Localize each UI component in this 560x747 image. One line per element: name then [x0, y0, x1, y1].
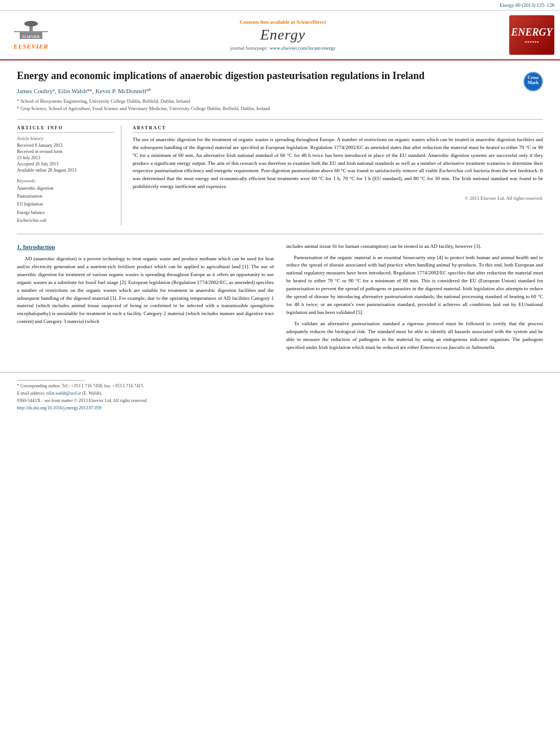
article-history-label: Article history: [17, 136, 114, 141]
keyword-item: Energy balance [17, 209, 114, 217]
footnote-divider [17, 380, 85, 381]
article-info-column: ARTICLE INFO Article history: Received 8… [17, 125, 121, 225]
elsevier-logo: ELSEVIER ELSEVIER [6, 20, 56, 50]
main-content: Energy and economic implications of anae… [0, 60, 560, 364]
svg-text:ELSEVIER: ELSEVIER [23, 35, 40, 38]
journal-reference: Energy 60 (2013) 125–128 [500, 2, 554, 8]
doi-link: http://dx.doi.org/10.1016/j.energy.2013.… [17, 405, 543, 410]
article-received-value: Received 8 January 2013 [17, 142, 114, 148]
article-affiliations: ᵃ School of Biosystems Engineering, Univ… [17, 98, 518, 112]
intro-heading: 1. Introduction [17, 243, 274, 252]
keywords-label: Keywords: [17, 178, 114, 184]
article-available-value: Available online 28 August 2013 [17, 167, 114, 173]
keyword-item: Pasteurisation [17, 193, 114, 200]
homepage-link: journal homepage: www.elsevier.com/locat… [62, 45, 504, 51]
article-revised-date: 23 July 2013 [17, 155, 114, 161]
abstract-column: ABSTRACT The use of anaerobic digestion … [133, 125, 543, 225]
sciencedirect-link: Contents lists available at ScienceDirec… [62, 19, 504, 25]
right-para-3: To validate an alternative pasteurisatio… [286, 320, 543, 352]
elsevier-text: ELSEVIER [14, 43, 49, 50]
page-footer: * Corresponding author. Tel.: +353 1 716… [0, 372, 560, 410]
journal-header: ELSEVIER ELSEVIER Contents lists availab… [0, 11, 560, 60]
svg-point-2 [24, 21, 38, 27]
intro-para-1: AD (anaerobic digestion) is a proven tec… [17, 255, 274, 326]
svg-text:Cross: Cross [528, 75, 539, 80]
article-title: Energy and economic implications of anae… [17, 69, 518, 83]
right-para-1: includes animal tissue fit for human con… [286, 243, 543, 251]
article-title-section: Energy and economic implications of anae… [17, 69, 543, 120]
abstract-label: ABSTRACT [133, 125, 543, 133]
article-accepted-value: Accepted 26 July 2013 [17, 161, 114, 167]
copyright-line: © 2013 Elsevier Ltd. All rights reserved… [133, 195, 543, 201]
elsevier-emblem: ELSEVIER [11, 20, 51, 43]
journal-name: Energy [62, 27, 504, 43]
body-introduction: 1. Introduction AD (anaerobic digestion)… [17, 243, 543, 355]
keywords-section: Keywords: Anaerobic digestion Pasteurisa… [17, 178, 114, 225]
article-revised-label: Received in revised form [17, 148, 114, 155]
svg-text:Mark: Mark [528, 80, 539, 85]
affiliation-a: ᵃ School of Biosystems Engineering, Univ… [17, 98, 518, 105]
issn-note: 0360-5442/$ – see front matter © 2013 El… [17, 398, 543, 403]
energy-logo-box: ENERGY ●●●●●● [509, 15, 554, 55]
journal-center-info: Contents lists available at ScienceDirec… [62, 19, 504, 51]
journal-reference-bar: Energy 60 (2013) 125–128 [0, 0, 560, 11]
article-history-row: Article history: Received 8 January 2013… [17, 136, 114, 174]
affiliation-b: ᵇ Crop Science, School of Agriculture, F… [17, 105, 518, 112]
crossmark-badge: Cross Mark [523, 72, 543, 91]
corresponding-author-note: * Corresponding author. Tel.: +353 1 716… [17, 383, 543, 388]
body-left-column: 1. Introduction AD (anaerobic digestion)… [17, 243, 274, 355]
keywords-list: Anaerobic digestion Pasteurisation EU le… [17, 185, 114, 225]
email-note: E-mail address: eilin.walsh@ucd.ie (E. W… [17, 391, 543, 396]
article-info-label: ARTICLE INFO [17, 125, 114, 133]
article-authors: James Coultryᵃ, Eilín Walshᵃ*, Kevin P. … [17, 88, 518, 95]
article-title-text: Energy and economic implications of anae… [17, 69, 518, 112]
keyword-item: Escherichia coli [17, 217, 114, 225]
article-info-abstract-section: ARTICLE INFO Article history: Received 8… [17, 125, 543, 234]
right-para-2: Pasteurisation of the organic material i… [286, 254, 543, 317]
abstract-text: The use of anaerobic digestion for the t… [133, 136, 543, 191]
body-right-column: includes animal tissue fit for human con… [286, 243, 543, 355]
keyword-item: Anaerobic digestion [17, 185, 114, 193]
keyword-item: EU legislation [17, 200, 114, 208]
